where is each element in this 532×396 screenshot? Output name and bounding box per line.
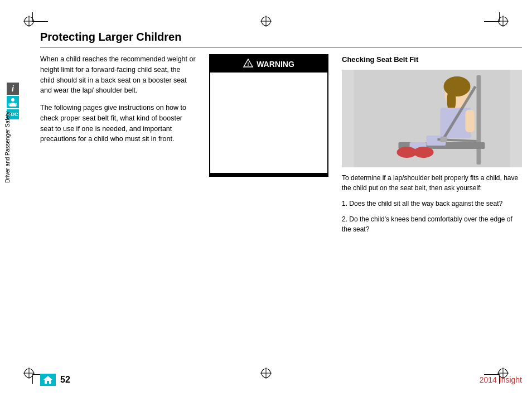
list-item-1: 1. Does the child sit all the way back a…	[342, 199, 522, 209]
sidebar: i TOC Driver and Passenger Safety	[0, 0, 40, 396]
svg-rect-23	[477, 75, 481, 165]
warning-header: ! WARNING	[210, 55, 327, 73]
safety-icon[interactable]	[7, 96, 19, 108]
left-column: When a child reaches the recommended wei…	[40, 54, 205, 361]
item2-text: Do the child's knees bend comfortably ov…	[342, 215, 512, 233]
corner-mark	[484, 21, 500, 22]
warning-label: WARNING	[257, 60, 294, 69]
content-columns: When a child reaches the recommended wei…	[40, 54, 522, 361]
page-number: 52	[60, 375, 70, 385]
home-svg	[43, 375, 53, 384]
list-item-2: 2. Do the child's knees bend comfortably…	[342, 214, 522, 234]
home-icon[interactable]	[40, 374, 56, 386]
warning-body	[210, 73, 327, 173]
intro-text: To determine if a lap/shoulder belt prop…	[342, 173, 522, 193]
item1-num: 1.	[342, 200, 347, 207]
page-title: Protecting Larger Children	[40, 31, 522, 44]
svg-point-18	[11, 98, 14, 102]
checking-title: Checking Seat Belt Fit	[342, 54, 522, 65]
svg-point-26	[444, 76, 471, 96]
svg-text:!: !	[248, 61, 249, 67]
right-column: Checking Seat Belt Fit	[333, 54, 522, 361]
seat-belt-illustration	[342, 70, 522, 167]
svg-rect-36	[441, 137, 447, 142]
footer-model: 2014 Insight	[480, 375, 522, 384]
svg-rect-33	[466, 110, 475, 132]
info-icon[interactable]: i	[7, 83, 19, 95]
main-content: Protecting Larger Children When a child …	[40, 31, 522, 365]
item1-text: Does the child sit all the way back agai…	[349, 200, 502, 207]
left-paragraph-2: The following pages give instructions on…	[40, 103, 196, 144]
warning-box: ! WARNING	[209, 54, 328, 177]
title-section: Protecting Larger Children	[40, 31, 522, 47]
svg-point-32	[397, 147, 417, 158]
left-paragraph-1: When a child reaches the recommended wei…	[40, 54, 196, 96]
warning-triangle-icon: !	[243, 59, 253, 69]
corner-mark	[499, 12, 500, 21]
svg-marker-37	[43, 376, 52, 384]
item2-num: 2.	[342, 215, 347, 223]
footer-left: 52	[40, 374, 70, 386]
numbered-list: 1. Does the child sit all the way back a…	[342, 199, 522, 234]
child-svg	[342, 70, 522, 167]
footer: 52 2014 Insight	[40, 374, 522, 386]
sidebar-label: Driver and Passenger Safety	[4, 112, 11, 183]
middle-column: ! WARNING	[205, 54, 333, 361]
